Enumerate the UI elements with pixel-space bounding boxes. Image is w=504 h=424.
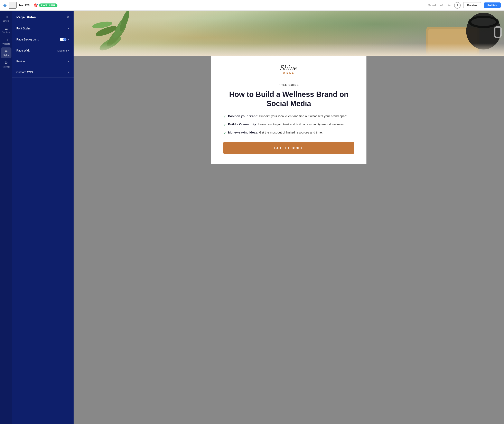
- bullet-text-1: Position your Brand: Pinpoint your ideal…: [228, 114, 347, 118]
- publish-button[interactable]: Publish: [484, 2, 501, 8]
- favicon-label: Favicon: [16, 60, 26, 63]
- sidebar-item-widgets[interactable]: ⊟ Widgets: [1, 36, 12, 47]
- font-styles-label: Font Styles: [16, 27, 31, 30]
- bullet-list: ✔ Position your Brand: Pinpoint your ide…: [223, 114, 354, 136]
- page-background-chevron-icon: ▾: [68, 38, 69, 41]
- layout-icon: ⊞: [5, 15, 8, 19]
- back-button[interactable]: ←: [9, 2, 17, 9]
- font-styles-chevron-icon: ▾: [68, 27, 69, 30]
- panel-sidebar: Page Styles ✕ Font Styles ▾ Page Backgro…: [12, 11, 74, 424]
- list-item: ✔ Build a Community: Learn how to gain t…: [223, 122, 354, 127]
- icon-sidebar: ⊞ Layout ☰ Sections ⊟ Widgets ✏ Styles ⚙…: [0, 11, 12, 424]
- page-background-controls: ▾: [60, 37, 69, 41]
- sidebar-item-layout[interactable]: ⊞ Layout: [1, 13, 12, 24]
- bullet-text-2: Build a Community: Learn how to gain tru…: [228, 122, 344, 127]
- main-layout: ⊞ Layout ☰ Sections ⊟ Widgets ✏ Styles ⚙…: [0, 11, 504, 424]
- sections-icon: ☰: [5, 26, 8, 31]
- sidebar-item-label-sections: Sections: [2, 31, 10, 33]
- page-title: test123: [19, 3, 30, 7]
- panel-item-favicon[interactable]: Favicon ▾: [12, 56, 74, 67]
- saved-status: Saved: [428, 4, 436, 7]
- page-width-value: Medium: [57, 49, 67, 52]
- landing-headline: How to Build a Wellness Brand on Social …: [223, 90, 354, 108]
- sidebar-item-label-styles: Styles: [3, 54, 9, 56]
- cta-button[interactable]: GET THE GUIDE: [223, 142, 354, 154]
- panel-header: Page Styles ✕: [12, 11, 74, 23]
- hero-image: [74, 11, 504, 56]
- redo-button[interactable]: ↪: [447, 2, 452, 8]
- preview-button[interactable]: Preview: [463, 2, 481, 8]
- list-item: ✔ Position your Brand: Pinpoint your ide…: [223, 114, 354, 119]
- list-item: ✔ Money-saving Ideas: Get the most out o…: [223, 130, 354, 136]
- page-width-chevron-icon: ▾: [68, 49, 69, 52]
- bullet-text-3: Money-saving Ideas: Get the most out of …: [228, 130, 323, 135]
- checkmark-icon: ✔: [223, 131, 226, 136]
- sidebar-item-styles[interactable]: ✏ Styles: [1, 47, 12, 58]
- panel-close-button[interactable]: ✕: [67, 15, 69, 20]
- custom-css-label: Custom CSS: [16, 70, 33, 74]
- sidebar-item-settings[interactable]: ⚙ Settings: [1, 59, 12, 69]
- panel-item-page-width[interactable]: Page Width Medium ▾: [12, 45, 74, 56]
- app-logo: ◈: [3, 3, 6, 8]
- target-icon: 🎯: [34, 3, 38, 7]
- sidebar-item-label-widgets: Widgets: [2, 43, 10, 45]
- sidebar-item-label-layout: Layout: [3, 20, 9, 22]
- panel-item-page-background[interactable]: Page Background ▾: [12, 34, 74, 45]
- panel-title: Page Styles: [16, 15, 36, 19]
- quality-badge: EXCELLENT: [39, 3, 57, 7]
- custom-css-chevron-icon: ▾: [68, 70, 69, 74]
- page-background-toggle[interactable]: [60, 37, 67, 41]
- settings-icon: ⚙: [5, 61, 8, 65]
- page-width-label: Page Width: [16, 49, 31, 52]
- sidebar-item-sections[interactable]: ☰ Sections: [1, 25, 12, 35]
- styles-icon: ✏: [5, 49, 8, 54]
- logo-sub: WELL: [223, 71, 354, 74]
- landing-logo-area: Shine WELL: [223, 64, 354, 74]
- undo-button[interactable]: ↩: [439, 2, 444, 8]
- landing-card: Shine WELL FREE GUIDE How to Build a Wel…: [211, 56, 366, 164]
- landing-tag: FREE GUIDE: [223, 83, 354, 87]
- topbar: ◈ ← test123 🎯 EXCELLENT Saved ↩ ↪ ? Prev…: [0, 0, 504, 11]
- svg-point-11: [471, 18, 496, 26]
- favicon-chevron-icon: ▾: [68, 60, 69, 63]
- quality-badge-wrap: 🎯 EXCELLENT: [34, 3, 57, 7]
- landing-divider: [223, 79, 354, 79]
- panel-item-font-styles[interactable]: Font Styles ▾: [12, 23, 74, 34]
- checkmark-icon: ✔: [223, 122, 226, 127]
- widgets-icon: ⊟: [5, 37, 8, 42]
- canvas-area: Shine WELL FREE GUIDE How to Build a Wel…: [74, 11, 504, 424]
- logo-script: Shine: [223, 64, 354, 72]
- hero-image-background: [74, 11, 504, 56]
- page-background-label: Page Background: [16, 38, 39, 41]
- page-width-controls: Medium ▾: [57, 49, 69, 52]
- help-button[interactable]: ?: [454, 2, 461, 9]
- sidebar-item-label-settings: Settings: [2, 66, 10, 68]
- checkmark-icon: ✔: [223, 114, 226, 119]
- table-surface: [74, 43, 504, 56]
- panel-divider-bottom: [16, 78, 70, 78]
- panel-item-custom-css[interactable]: Custom CSS ▾: [12, 67, 74, 78]
